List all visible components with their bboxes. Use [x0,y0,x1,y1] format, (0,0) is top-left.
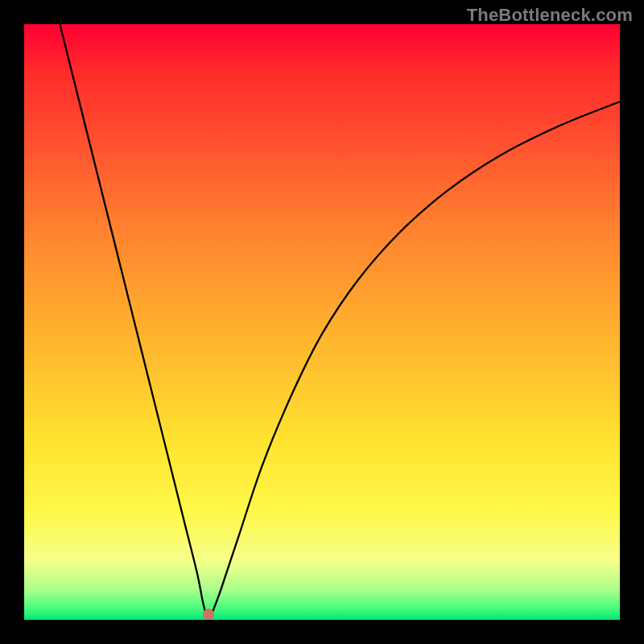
chart-container: TheBottleneck.com [0,0,644,644]
curve-left-branch [60,24,205,614]
attribution-label: TheBottleneck.com [467,5,633,26]
plot-area [24,24,620,620]
curve-layer [24,24,620,620]
curve-right-branch [212,101,620,613]
optimum-marker-dot [203,609,214,620]
